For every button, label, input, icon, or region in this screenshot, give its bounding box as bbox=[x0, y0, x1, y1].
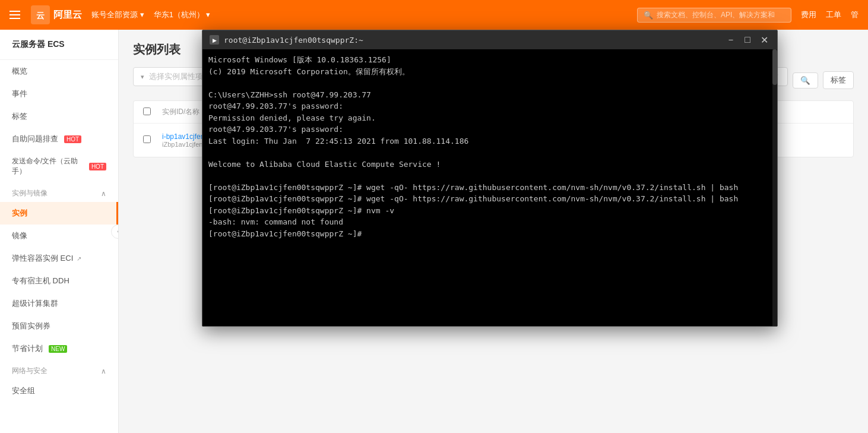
sidebar-item-savings[interactable]: 节省计划 NEW bbox=[0, 337, 118, 360]
top-navigation: 云 阿里云 账号全部资源 华东1（杭州） 🔍 费用 工单 管 bbox=[0, 0, 868, 30]
terminal-maximize-button[interactable]: □ bbox=[742, 34, 753, 46]
terminal-minimize-button[interactable]: － bbox=[725, 34, 737, 46]
terminal-app-icon: ▶ bbox=[210, 35, 219, 45]
chevron-up-icon-network: ∧ bbox=[101, 367, 106, 375]
search-icon: 🔍 bbox=[644, 11, 653, 20]
sidebar-label-reserved: 预留实例券 bbox=[12, 321, 50, 331]
nav-region[interactable]: 华东1（杭州） bbox=[154, 10, 211, 20]
header-checkbox-col bbox=[143, 108, 155, 117]
nav-right-items: 费用 工单 管 bbox=[801, 10, 859, 20]
sidebar-label-hpc: 超级计算集群 bbox=[12, 298, 58, 309]
sidebar-label-instances: 实例 bbox=[12, 208, 27, 219]
svg-text:▶: ▶ bbox=[213, 37, 217, 43]
sidebar-item-troubleshoot[interactable]: 自助问题排查 HOT bbox=[0, 128, 118, 150]
sidebar-item-reserved[interactable]: 预留实例券 bbox=[0, 315, 118, 337]
terminal-body[interactable]: Microsoft Windows [版本 10.0.18363.1256] (… bbox=[202, 49, 777, 326]
hamburger-menu-icon[interactable] bbox=[9, 9, 21, 21]
sidebar-item-images[interactable]: 镜像 bbox=[0, 225, 118, 247]
tag-button[interactable]: 标签 bbox=[823, 71, 854, 89]
sidebar-item-overview[interactable]: 概览 bbox=[0, 60, 118, 83]
sidebar-item-security-groups[interactable]: 安全组 bbox=[0, 380, 118, 402]
filter-icon: ▾ bbox=[141, 73, 144, 81]
sidebar-section-instances[interactable]: 实例与镜像 ∧ bbox=[0, 182, 118, 202]
sidebar-item-tags[interactable]: 标签 bbox=[0, 105, 118, 128]
nav-account[interactable]: 账号全部资源 bbox=[91, 10, 144, 20]
terminal-titlebar: ▶ root@iZbp1av1cjfen00tsqwpprZ:~ － □ ✕ bbox=[202, 30, 777, 49]
badge-hot-assistant: HOT bbox=[89, 163, 106, 170]
sidebar-item-events[interactable]: 事件 bbox=[0, 83, 118, 105]
terminal-scrollbar[interactable] bbox=[772, 49, 777, 326]
sidebar-label-security-groups: 安全组 bbox=[12, 385, 35, 396]
terminal-window[interactable]: ▶ root@iZbp1av1cjfen00tsqwpprZ:~ － □ ✕ M… bbox=[202, 30, 778, 327]
sidebar-label-eci: 弹性容器实例 ECI bbox=[12, 253, 73, 264]
sidebar-label-images: 镜像 bbox=[12, 230, 27, 241]
sidebar-label-savings: 节省计划 bbox=[12, 343, 43, 354]
terminal-title: root@iZbp1av1cjfen00tsqwpprZ:~ bbox=[224, 36, 720, 45]
global-search[interactable]: 🔍 bbox=[637, 8, 791, 23]
sidebar-label-cloud-assistant: 发送命令/文件（云助手） bbox=[12, 156, 83, 176]
terminal-close-button[interactable]: ✕ bbox=[758, 34, 770, 46]
sidebar-label-troubleshoot: 自助问题排查 bbox=[12, 134, 58, 144]
terminal-controls: － □ ✕ bbox=[725, 34, 770, 46]
instance-checkbox[interactable] bbox=[143, 135, 151, 143]
sidebar-label-tags: 标签 bbox=[12, 111, 27, 122]
nav-tickets[interactable]: 工单 bbox=[826, 10, 841, 20]
row-checkbox[interactable] bbox=[143, 135, 155, 145]
chevron-up-icon: ∧ bbox=[101, 189, 106, 198]
search-input[interactable] bbox=[657, 11, 775, 19]
search-magnifier-icon: 🔍 bbox=[800, 76, 810, 85]
sidebar-item-ddh[interactable]: 专有宿主机 DDH bbox=[0, 270, 118, 292]
sidebar-label-events: 事件 bbox=[12, 89, 27, 99]
sidebar-section-label-instances: 实例与镜像 bbox=[12, 188, 47, 198]
badge-new-savings: NEW bbox=[49, 345, 67, 353]
nav-fees[interactable]: 费用 bbox=[801, 10, 816, 20]
sidebar-section-label-network: 网络与安全 bbox=[12, 366, 47, 376]
nav-user[interactable]: 管 bbox=[851, 10, 859, 20]
sidebar-section-network[interactable]: 网络与安全 ∧ bbox=[0, 360, 118, 380]
badge-hot-troubleshoot: HOT bbox=[64, 135, 81, 143]
sidebar-label-ddh: 专有宿主机 DDH bbox=[12, 276, 69, 286]
sidebar-item-hpc[interactable]: 超级计算集群 bbox=[0, 292, 118, 315]
search-button[interactable]: 🔍 bbox=[793, 72, 818, 89]
external-link-icon: ↗ bbox=[77, 255, 81, 262]
sidebar-item-eci[interactable]: 弹性容器实例 ECI ↗ bbox=[0, 247, 118, 270]
terminal-content: Microsoft Windows [版本 10.0.18363.1256] (… bbox=[208, 54, 771, 239]
logo[interactable]: 云 阿里云 bbox=[31, 5, 82, 24]
sidebar-label-overview: 概览 bbox=[12, 66, 27, 77]
sidebar: 云服务器 ECS 概览 事件 标签 自助问题排查 HOT 发送命令/文件（云助手… bbox=[0, 30, 119, 433]
svg-text:云: 云 bbox=[36, 11, 45, 20]
select-all-checkbox[interactable] bbox=[143, 108, 151, 115]
sidebar-item-instances[interactable]: 实例 bbox=[0, 202, 118, 225]
logo-text: 阿里云 bbox=[53, 9, 82, 21]
sidebar-header: 云服务器 ECS bbox=[0, 30, 118, 60]
terminal-scroll-thumb[interactable] bbox=[772, 49, 777, 85]
sidebar-item-cloud-assistant[interactable]: 发送命令/文件（云助手） HOT bbox=[0, 150, 118, 182]
